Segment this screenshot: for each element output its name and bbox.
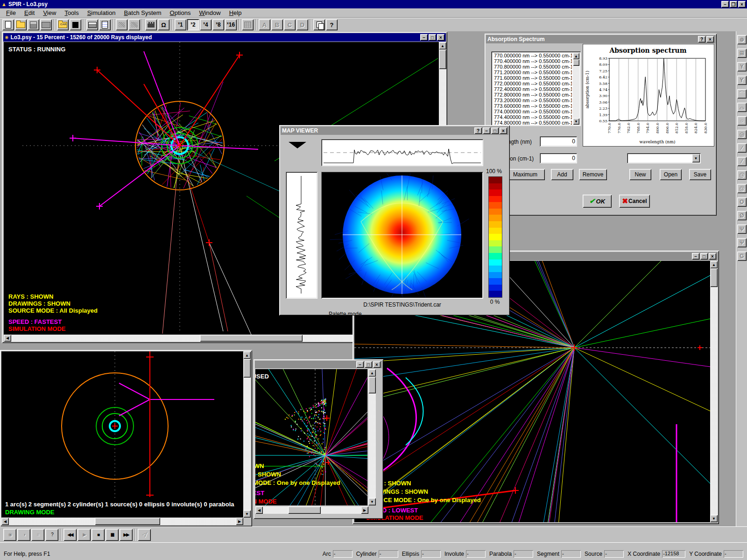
minimize-button[interactable]: – (356, 361, 364, 368)
help-button[interactable]: ? (326, 19, 338, 30)
minimize-button[interactable]: – (721, 1, 729, 7)
save-all-button[interactable] (40, 19, 52, 30)
minimize-button[interactable]: – (483, 127, 490, 134)
scroll-left-button[interactable]: ◀ (255, 506, 263, 514)
absorption-input[interactable] (540, 153, 577, 163)
save-file-button[interactable] (28, 19, 39, 30)
sound-button[interactable]: ◁╱ (138, 529, 151, 541)
maximize-button[interactable]: □ (700, 253, 708, 259)
spectrum-list-item[interactable]: 772.800000 nm --> 0.550000 cm-1 (493, 92, 572, 98)
scrollbar-thumb[interactable] (243, 359, 251, 378)
vertical-scrollbar[interactable]: ▲ ▼ (710, 261, 718, 522)
scrollbar-thumb[interactable] (95, 518, 160, 525)
intensity-map[interactable] (321, 172, 483, 299)
menu-view[interactable]: View (39, 8, 60, 17)
app-titlebar[interactable]: ▲ SPIR - Lo3.psy – ❐ × (0, 0, 747, 8)
ray-split-1-button[interactable]: x1 (175, 19, 186, 30)
tool-ellipse-source-button[interactable]: Ø (737, 211, 747, 220)
spectrum-list[interactable]: 770.000000 nm --> 0.550000 cm-1770.40000… (491, 51, 581, 126)
vertical-scrollbar[interactable]: ▲ ▼ (368, 369, 376, 505)
tool-arc-button[interactable]: ⌒ (737, 89, 747, 98)
scroll-down-button[interactable]: ▼ (573, 118, 579, 125)
horizontal-scrollbar[interactable]: ◀ ▶ (1, 518, 243, 525)
paused-window-titlebar[interactable]: – □ × (255, 361, 382, 368)
spectrum-list-item[interactable]: 772.400000 nm --> 0.550000 cm-1 (493, 86, 572, 92)
scroll-up-button[interactable]: ▲ (573, 53, 579, 59)
print-button[interactable] (86, 19, 98, 30)
list-scrollbar[interactable]: ▲ ▼ (573, 53, 579, 125)
open-button[interactable]: Open (660, 169, 682, 180)
view-a-button[interactable]: A (259, 19, 270, 30)
tool-window-zoom-button[interactable]: ⊞ (737, 49, 747, 58)
scroll-up-button[interactable]: ▲ (439, 42, 446, 49)
scrollbar-thumb[interactable] (200, 335, 303, 342)
new-file-button[interactable] (2, 19, 14, 30)
maximum-button[interactable]: Maximum (506, 169, 545, 180)
forward-button[interactable]: ▶▶ (120, 529, 133, 541)
scrollbar-thumb[interactable] (439, 49, 446, 69)
scroll-down-button[interactable]: ▼ (368, 498, 376, 505)
open-file-button[interactable] (15, 19, 27, 30)
remove-button[interactable]: Remove (579, 169, 607, 180)
spectrum-list-item[interactable]: 773.200000 nm --> 0.550000 cm-1 (493, 98, 572, 103)
pause-button[interactable]: ▮▮ (106, 529, 119, 541)
scroll-right-button[interactable]: ▶ (361, 506, 368, 514)
ray-split-2-button[interactable]: x2 (187, 19, 199, 30)
new-button[interactable]: New (629, 169, 651, 180)
maximize-button[interactable]: □ (429, 34, 436, 41)
paused-canvas[interactable]: STATUS : PAUSED RAYS : SHOWN DRAWINGS : … (255, 369, 367, 505)
tool-parabola-button[interactable]: Ψ (737, 224, 747, 234)
close-button[interactable]: × (709, 253, 716, 259)
spectrum-list-item[interactable]: 770.800000 nm --> 0.550000 cm-1 (493, 64, 572, 70)
scrollbar-thumb[interactable] (573, 59, 579, 66)
scroll-left-button[interactable]: ◀ (1, 518, 9, 525)
view-c-button[interactable]: C (284, 19, 296, 30)
tool-grid-button[interactable]: G (737, 252, 747, 261)
shape-tool-button[interactable]: ◉ (3, 529, 16, 541)
contrast-tool-button[interactable]: ◑ (17, 529, 30, 541)
drawing-canvas[interactable]: 1 arc(s) 2 segment(s) 2 cylinder(s) 1 so… (1, 351, 243, 518)
tool-segment-button[interactable]: Y (737, 62, 747, 71)
save-button[interactable]: Save (689, 169, 711, 180)
spectrum-list-item[interactable]: 774.400000 nm --> 0.550000 cm-1 (493, 114, 572, 120)
break-rays-button[interactable]: ⌗ (31, 529, 44, 541)
ray-split-4-button[interactable]: x4 (200, 19, 211, 30)
spectrum-list-item[interactable]: 772.000000 nm --> 0.550000 cm-1 (493, 81, 572, 86)
vertical-scrollbar[interactable]: ▲ ▼ (243, 351, 251, 518)
close-button[interactable]: × (437, 34, 444, 41)
ray-tool-2-button[interactable] (128, 19, 140, 30)
spectrum-list-item[interactable]: 771.600000 nm --> 0.550000 cm-1 (493, 75, 572, 81)
ok-button[interactable]: ✔ OK (583, 195, 612, 208)
tool-target-button[interactable]: ⊕ (737, 35, 747, 44)
ray-tool-1-button[interactable] (116, 19, 127, 30)
spectrum-list-item[interactable]: 770.000000 nm --> 0.550000 cm-1 (493, 53, 572, 58)
menu-options[interactable]: Options (166, 8, 195, 17)
horizontal-scrollbar[interactable]: ◀ ▶ (255, 506, 368, 514)
minimize-button[interactable]: – (420, 34, 428, 41)
menu-window[interactable]: Window (195, 8, 225, 17)
play-button[interactable]: ▶ (78, 529, 91, 541)
tool-parabola-source-button[interactable]: Ψ (737, 238, 747, 247)
cancel-button[interactable]: ✖ Cancel (619, 195, 650, 208)
scroll-left-button[interactable]: ◀ (4, 335, 11, 342)
scrollbar-thumb[interactable] (368, 377, 376, 393)
scroll-down-button[interactable]: ▼ (243, 510, 251, 518)
chevron-down-icon[interactable] (289, 142, 306, 148)
film-button[interactable] (145, 19, 157, 30)
open-car-file-button[interactable]: CAR (57, 19, 69, 30)
menu-file[interactable]: File (2, 8, 20, 17)
spectrum-list-item[interactable]: 773.600000 nm --> 0.550000 cm-1 (493, 103, 572, 109)
display-window-button[interactable] (70, 19, 81, 30)
spectrum-combo[interactable]: ▼ (627, 153, 701, 163)
maximize-button[interactable]: □ (491, 127, 499, 134)
wavelength-input[interactable] (540, 136, 577, 147)
locate-button[interactable]: ? (45, 529, 58, 541)
scroll-down-button[interactable]: ▼ (710, 515, 718, 522)
tool-line-button[interactable]: ∕ (737, 143, 747, 153)
minimize-button[interactable]: – (692, 253, 699, 259)
copy-view-button[interactable] (313, 19, 325, 30)
scroll-up-button[interactable]: ▲ (243, 351, 251, 359)
tool-line-source-button[interactable]: ⁄ (737, 157, 747, 166)
combo-dropdown-button[interactable]: ▼ (692, 154, 700, 162)
scrollbar-thumb[interactable] (288, 506, 321, 514)
